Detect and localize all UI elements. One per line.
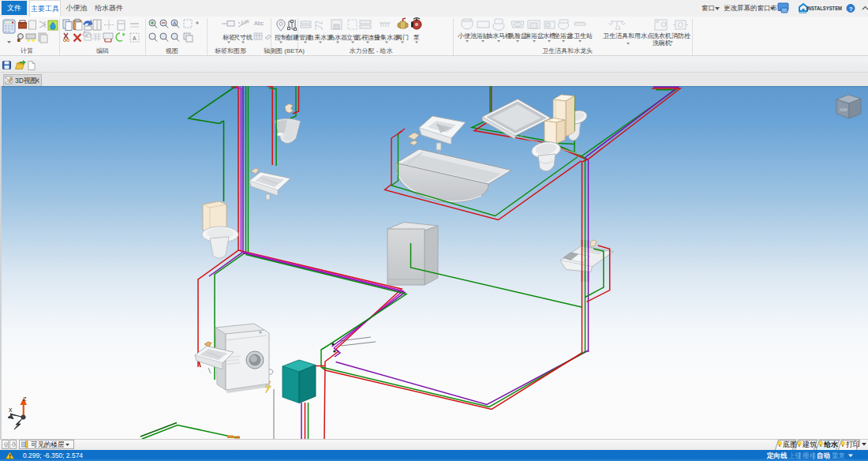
- svg-text:创建: 创建: [286, 34, 299, 41]
- svg-text:泵: 泵: [413, 34, 420, 41]
- svg-text:标签和图形: 标签和图形: [215, 47, 246, 54]
- svg-text:X: X: [9, 407, 13, 414]
- svg-text:消防栓: 消防栓: [672, 32, 690, 39]
- svg-text:小便池: 小便池: [458, 32, 477, 39]
- svg-text:视图: 视图: [165, 47, 178, 54]
- svg-text:淋浴盆: 淋浴盆: [525, 32, 544, 39]
- svg-text:阀门: 阀门: [396, 34, 409, 41]
- svg-text:热水器: 热水器: [328, 34, 347, 41]
- svg-text:3D视图: 3D视图: [15, 77, 37, 84]
- svg-text:|: |: [828, 452, 829, 459]
- svg-text:卫生洁具和水龙头: 卫生洁具和水龙头: [542, 47, 593, 54]
- svg-text:INSTALSYSTEM: INSTALSYSTEM: [806, 5, 842, 12]
- svg-text:Abc: Abc: [254, 21, 264, 26]
- svg-text:卫生洁具和用水点: 卫生洁具和用水点: [603, 32, 653, 39]
- svg-text:1.20: 1.20: [240, 19, 249, 26]
- svg-text:编辑: 编辑: [96, 47, 109, 54]
- svg-text:重复: 重复: [832, 452, 846, 459]
- svg-text:|: |: [799, 452, 800, 459]
- svg-text:控制: 控制: [275, 34, 287, 41]
- svg-text:?: ?: [849, 6, 853, 13]
- svg-text:|: |: [784, 452, 785, 459]
- svg-text:轴测图 (BETA): 轴测图 (BETA): [264, 47, 305, 54]
- svg-text:A: A: [133, 36, 137, 41]
- svg-text:打印: 打印: [846, 440, 860, 448]
- svg-text:水卫生站: 水卫生站: [567, 32, 593, 39]
- svg-text:|: |: [813, 452, 814, 459]
- svg-text:水力分配 - 给水: 水力分配 - 给水: [349, 47, 392, 54]
- svg-text:建筑: 建筑: [802, 440, 817, 448]
- svg-text:A: A: [173, 21, 177, 26]
- svg-text:可见的楼层: 可见的楼层: [31, 440, 65, 448]
- svg-text:底图: 底图: [783, 440, 797, 448]
- svg-text:计算: 计算: [21, 47, 33, 54]
- svg-text:Z: Z: [23, 396, 27, 403]
- svg-text:0.299; -6.350; 2.574: 0.299; -6.350; 2.574: [23, 452, 83, 459]
- svg-text:尺寸线: 尺寸线: [234, 34, 253, 41]
- svg-text:给水: 给水: [824, 440, 839, 448]
- svg-text:洗碗机: 洗碗机: [653, 39, 672, 47]
- svg-text:洗衣机: 洗衣机: [653, 32, 672, 39]
- svg-text:NW: NW: [840, 107, 847, 112]
